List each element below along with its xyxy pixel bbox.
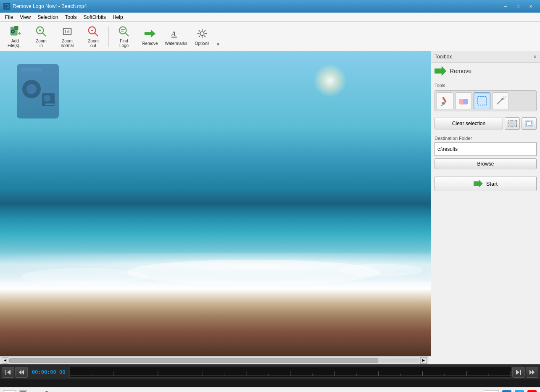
timeline-track[interactable] xyxy=(69,367,511,378)
clear-selection-row: Clear selection xyxy=(435,117,537,130)
zoom-ratio-display: 1:1 xyxy=(3,390,16,392)
svg-text:1:1: 1:1 xyxy=(65,29,70,34)
zoom-out-label: Zoomout xyxy=(88,39,99,48)
minimize-button[interactable]: ─ xyxy=(500,2,511,11)
svg-line-51 xyxy=(497,99,502,104)
remove-section-title: Remove xyxy=(450,68,472,74)
zoom-normal-button[interactable]: 1:1 Zoomnormal xyxy=(55,24,80,49)
svg-point-36 xyxy=(26,84,37,94)
zoom-in-button[interactable]: Zoomin xyxy=(29,24,54,49)
scroll-thumb[interactable] xyxy=(9,358,378,363)
svg-line-17 xyxy=(95,32,98,36)
scroll-left-button[interactable]: ◀ xyxy=(2,357,8,364)
svg-marker-64 xyxy=(21,370,24,375)
timeline: 00:00:00 00 xyxy=(0,364,540,387)
watermarks-button[interactable]: A Watermarks xyxy=(163,24,189,49)
next-frame-button[interactable] xyxy=(526,367,538,378)
select-all-button[interactable] xyxy=(505,117,520,130)
go-end-button[interactable] xyxy=(512,367,525,378)
svg-rect-50 xyxy=(478,97,486,105)
svg-rect-37 xyxy=(21,68,42,71)
svg-rect-8 xyxy=(19,32,20,34)
magic-wand-tool-button[interactable] xyxy=(492,92,509,109)
browse-button[interactable]: Browse xyxy=(435,158,537,169)
toolbox-close-button[interactable]: × xyxy=(533,54,537,60)
svg-line-32 xyxy=(204,30,205,32)
tools-section-label: Tools xyxy=(435,83,537,88)
zoom-in-label: Zoomin xyxy=(36,39,47,48)
add-files-button[interactable]: AddFile(s)... xyxy=(3,24,28,49)
svg-rect-88 xyxy=(520,370,521,375)
svg-text:A: A xyxy=(171,30,176,38)
svg-point-45 xyxy=(442,102,445,105)
zoom-out-button[interactable]: Zoomout xyxy=(81,24,106,49)
toolbar-more-button[interactable]: ▼ xyxy=(216,41,221,47)
find-logo-button[interactable]: FindLogo xyxy=(111,24,137,49)
zoom-out-icon xyxy=(87,25,100,38)
magic-wand-icon xyxy=(495,95,506,107)
timeline-ticks-svg xyxy=(70,367,511,378)
prev-frame-button[interactable] xyxy=(15,367,28,378)
go-start-icon xyxy=(5,369,11,375)
remove-icon xyxy=(143,27,157,40)
svg-point-25 xyxy=(200,32,204,35)
wave-svg xyxy=(0,255,431,289)
toolbox-body: Remove Tools xyxy=(431,63,540,356)
share-icon[interactable]: f xyxy=(502,390,511,392)
zoom-normal-label: Zoomnormal xyxy=(61,39,74,48)
eraser-tool-button[interactable] xyxy=(455,92,472,109)
go-start-button[interactable] xyxy=(2,367,14,378)
options-button[interactable]: Options xyxy=(190,24,215,49)
zoom-normal-icon: 1:1 xyxy=(61,25,74,38)
svg-rect-2 xyxy=(5,5,7,5)
add-file-icon xyxy=(8,25,22,38)
close-button[interactable]: ✕ xyxy=(525,2,537,11)
next-frame-icon xyxy=(529,369,535,375)
select-all-icon xyxy=(508,120,517,127)
svg-rect-24 xyxy=(171,37,177,38)
remove-label: Remove xyxy=(142,41,158,46)
window-title: Remove Logo Now! - Beach.mp4 xyxy=(13,3,500,9)
menu-tools[interactable]: Tools xyxy=(62,13,80,21)
youtube-icon[interactable] xyxy=(527,390,537,392)
svg-point-53 xyxy=(501,98,503,100)
menu-selection[interactable]: Selection xyxy=(34,13,61,21)
svg-marker-89 xyxy=(529,370,532,375)
eraser-icon xyxy=(458,95,469,107)
invert-selection-button[interactable] xyxy=(522,117,537,130)
svg-marker-87 xyxy=(516,370,519,375)
start-arrow-icon xyxy=(474,180,483,187)
options-label: Options xyxy=(195,41,209,46)
scroll-right-button[interactable]: ▶ xyxy=(420,357,427,364)
svg-point-43 xyxy=(338,264,422,276)
svg-line-31 xyxy=(204,36,205,37)
status-bar: 1:1 − + Remove watermark from the whole … xyxy=(0,387,540,392)
find-logo-label: FindLogo xyxy=(119,39,129,48)
menu-file[interactable]: File xyxy=(2,13,16,21)
destination-folder-input[interactable] xyxy=(435,142,537,156)
menu-softorbits[interactable]: SoftOrbits xyxy=(80,13,109,21)
add-files-label: AddFile(s)... xyxy=(8,39,23,48)
svg-rect-58 xyxy=(509,121,516,126)
menu-view[interactable]: View xyxy=(16,13,34,21)
brush-tool-button[interactable] xyxy=(437,92,453,109)
sun-flare xyxy=(313,64,347,97)
fit-view-button[interactable] xyxy=(19,390,27,392)
status-left: 1:1 − + xyxy=(3,390,71,392)
svg-line-46 xyxy=(441,105,443,106)
svg-point-1 xyxy=(5,5,8,8)
clear-selection-button[interactable]: Clear selection xyxy=(435,118,503,129)
toolbox-panel: Toolbox × Remove Tools xyxy=(431,51,540,356)
timeline-controls: 00:00:00 00 xyxy=(0,365,540,379)
svg-rect-21 xyxy=(121,31,124,32)
rect-select-tool-button[interactable] xyxy=(474,92,490,109)
menu-help[interactable]: Help xyxy=(109,13,126,21)
start-button[interactable]: Start xyxy=(435,176,537,191)
scroll-track xyxy=(9,358,419,363)
watermarks-label: Watermarks xyxy=(165,41,187,46)
watermarks-icon: A xyxy=(169,27,183,40)
twitter-icon[interactable] xyxy=(515,390,524,392)
remove-button[interactable]: Remove xyxy=(137,24,163,49)
maximize-button[interactable]: □ xyxy=(512,2,524,11)
svg-rect-20 xyxy=(121,29,125,30)
